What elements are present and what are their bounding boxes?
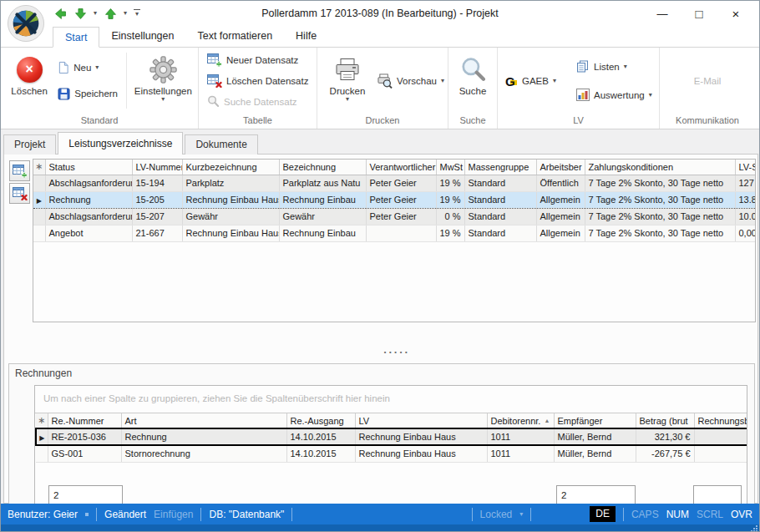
table-row[interactable]: ▶ Angebot 21-667 Rechnung Einbau Haus Re… bbox=[33, 225, 755, 241]
cell-rechnungsbetrag[interactable] bbox=[694, 445, 747, 462]
cell-status[interactable]: Abschlagsanforderun bbox=[45, 208, 132, 225]
group-by-drop-area[interactable]: Um nach einer Spalte zu gruppieren, zieh… bbox=[35, 386, 747, 413]
search-button[interactable]: Suche bbox=[450, 48, 495, 114]
cell-massengruppe[interactable]: Standard bbox=[464, 175, 536, 191]
cell-status[interactable]: Rechnung bbox=[45, 191, 132, 208]
cell-mwst[interactable]: 0 % bbox=[436, 208, 464, 225]
app-logo-icon[interactable] bbox=[7, 4, 45, 43]
cell-lv-nummer[interactable]: 21-667 bbox=[132, 225, 182, 241]
settings-button[interactable]: Einstellungen ▾ bbox=[129, 48, 198, 114]
email-button[interactable]: E-Mail bbox=[694, 76, 722, 86]
cell-re-ausgang[interactable]: 14.10.2015 bbox=[286, 428, 355, 445]
column-header-arbeitsbereich[interactable]: Arbeitsber bbox=[536, 160, 585, 175]
column-header-betrag[interactable]: Betrag (brut bbox=[636, 413, 694, 428]
cell-re-nummer[interactable]: GS-001 bbox=[48, 445, 121, 462]
cell-rechnungsbetrag[interactable] bbox=[694, 428, 747, 445]
cell-lv-summe[interactable]: 10.0 bbox=[735, 208, 755, 225]
cell-lv[interactable]: Rechnung Einbau Haus bbox=[355, 445, 487, 462]
column-header-rechnungsbetrag[interactable]: Rechnungsbetra bbox=[694, 413, 747, 428]
cell-debitorennr[interactable]: 1011 bbox=[487, 428, 554, 445]
ribbon-tab-einstellungen[interactable]: Einstellungen bbox=[99, 26, 185, 47]
nav-down-dropdown[interactable]: ▾ bbox=[91, 10, 99, 17]
table-row[interactable]: ▶ Abschlagsanforderun 15-207 Gewähr Gewä… bbox=[33, 208, 755, 225]
cell-bezeichnung[interactable]: Gewähr bbox=[279, 208, 366, 225]
table-row[interactable]: ▶ GS-001 Stornorechnung 14.10.2015 Rechn… bbox=[36, 445, 747, 462]
cell-lv-summe[interactable]: 0,00 bbox=[735, 225, 755, 241]
search-record-button[interactable]: Suche Datensatz bbox=[207, 94, 317, 109]
cell-mwst[interactable]: 19 % bbox=[436, 175, 464, 191]
resize-grip[interactable] bbox=[750, 525, 757, 532]
print-button[interactable]: Drucken ▾ bbox=[324, 48, 371, 114]
nav-up-dropdown[interactable]: ▾ bbox=[121, 10, 129, 17]
save-button[interactable]: Speichern bbox=[58, 86, 124, 101]
page-tab-dokumente[interactable]: Dokumente bbox=[185, 134, 257, 155]
cell-empfaenger[interactable]: Müller, Bernd bbox=[554, 445, 636, 462]
cell-arbeitsbereich[interactable]: Allgemein bbox=[536, 208, 585, 225]
cell-mwst[interactable]: 19 % bbox=[436, 225, 464, 241]
table-row[interactable]: ▶ Rechnung 15-205 Rechnung Einbau Haus R… bbox=[33, 191, 755, 208]
ribbon-tab-start[interactable]: Start bbox=[53, 27, 99, 48]
cell-bezeichnung[interactable]: Rechnung Einbau bbox=[279, 191, 366, 208]
column-header-mwst[interactable]: MwSt bbox=[436, 160, 464, 175]
cell-lv-nummer[interactable]: 15-207 bbox=[132, 208, 182, 225]
column-header-massengruppe[interactable]: Massengruppe bbox=[464, 160, 536, 175]
cell-lv-summe[interactable]: 13.8 bbox=[735, 191, 755, 208]
cell-massengruppe[interactable]: Standard bbox=[464, 225, 536, 241]
auswertung-button[interactable]: Auswertung ▾ bbox=[576, 88, 652, 103]
grid-add-record-button[interactable] bbox=[9, 160, 30, 181]
splitter-handle[interactable]: ····· bbox=[36, 348, 757, 360]
table-row[interactable]: ▶ Abschlagsanforderun 15-194 Parkplatz P… bbox=[33, 175, 755, 191]
nav-up-button[interactable] bbox=[101, 4, 119, 23]
cell-art[interactable]: Stornorechnung bbox=[121, 445, 286, 462]
cell-lv[interactable]: Rechnung Einbau Haus bbox=[355, 428, 487, 445]
cell-status[interactable]: Abschlagsanforderun bbox=[45, 175, 132, 191]
cell-bezeichnung[interactable]: Rechnung Einbau bbox=[279, 225, 366, 241]
minimize-button[interactable]: — bbox=[644, 1, 681, 26]
column-header-zahlungskonditionen[interactable]: Zahlungskonditionen bbox=[585, 160, 735, 175]
column-header-re-ausgang[interactable]: Re.-Ausgang bbox=[286, 413, 355, 428]
cell-debitorennr[interactable]: 1011 bbox=[487, 445, 554, 462]
cell-betrag[interactable]: 321,30 € bbox=[636, 428, 694, 445]
nav-down-button[interactable] bbox=[71, 4, 89, 23]
cell-zahlungskonditionen[interactable]: 7 Tage 2% Skonto, 30 Tage netto bbox=[585, 191, 735, 208]
cell-kurzbezeichnung[interactable]: Rechnung Einbau Haus bbox=[182, 191, 279, 208]
cell-betrag[interactable]: -267,75 € bbox=[636, 445, 694, 462]
cell-kurzbezeichnung[interactable]: Rechnung Einbau Haus bbox=[182, 225, 279, 241]
cell-arbeitsbereich[interactable]: Öffentlich bbox=[536, 175, 585, 191]
statusbar-locked[interactable]: Locked bbox=[480, 509, 513, 520]
column-header-status[interactable]: Status bbox=[45, 160, 132, 175]
cell-empfaenger[interactable]: Müller, Bernd bbox=[554, 428, 636, 445]
gaeb-button[interactable]: G GAEB ▾ bbox=[504, 74, 556, 88]
column-header-bezeichnung[interactable]: Bezeichnung bbox=[279, 160, 366, 175]
column-header-kurzbezeichnung[interactable]: Kurzbezeichnung bbox=[182, 160, 279, 175]
cell-verantwortlicher[interactable] bbox=[366, 225, 436, 241]
nav-back-button[interactable] bbox=[51, 4, 69, 23]
column-header-debitorennr[interactable]: Debitorennr. ▲ bbox=[487, 413, 554, 428]
grid-delete-record-button[interactable] bbox=[9, 183, 30, 204]
listen-button[interactable]: Listen ▾ bbox=[576, 59, 652, 74]
column-header-lv-nummer[interactable]: LV-Nummer bbox=[132, 160, 182, 175]
ribbon-tab-hilfe[interactable]: Hilfe bbox=[284, 26, 328, 47]
cell-arbeitsbereich[interactable]: Allgemein bbox=[536, 191, 585, 208]
cell-verantwortlicher[interactable]: Peter Geier bbox=[366, 175, 436, 191]
table-row[interactable]: ▶ RE-2015-036 Rechnung 14.10.2015 Rechnu… bbox=[36, 428, 747, 445]
column-header-verantwortlicher[interactable]: Verantwortlicher bbox=[366, 160, 436, 175]
keyboard-language-indicator[interactable]: DE bbox=[590, 506, 616, 522]
cell-arbeitsbereich[interactable]: Allgemein bbox=[536, 225, 585, 241]
column-header-re-nummer[interactable]: Re.-Nummer bbox=[48, 413, 121, 428]
cell-zahlungskonditionen[interactable]: 7 Tage 2% Skonto, 30 Tage netto bbox=[585, 175, 735, 191]
cell-lv-nummer[interactable]: 15-194 bbox=[132, 175, 182, 191]
cell-massengruppe[interactable]: Standard bbox=[464, 191, 536, 208]
column-header-empfaenger[interactable]: Empfänger bbox=[554, 413, 636, 428]
qat-customize-button[interactable]: ▾ bbox=[131, 8, 143, 19]
column-header-lv[interactable]: LV bbox=[355, 413, 487, 428]
close-button[interactable]: × bbox=[717, 1, 754, 26]
preview-button[interactable]: Vorschau ▾ bbox=[377, 73, 444, 89]
cell-art[interactable]: Rechnung bbox=[121, 428, 286, 445]
cell-re-nummer[interactable]: RE-2015-036 bbox=[48, 428, 121, 445]
cell-bezeichnung[interactable]: Parkplatz aus Natu bbox=[279, 175, 366, 191]
cell-lv-nummer[interactable]: 15-205 bbox=[132, 191, 182, 208]
cell-mwst[interactable]: 19 % bbox=[436, 191, 464, 208]
delete-record-button[interactable]: Löschen Datensatz bbox=[207, 73, 317, 89]
cell-kurzbezeichnung[interactable]: Parkplatz bbox=[182, 175, 279, 191]
